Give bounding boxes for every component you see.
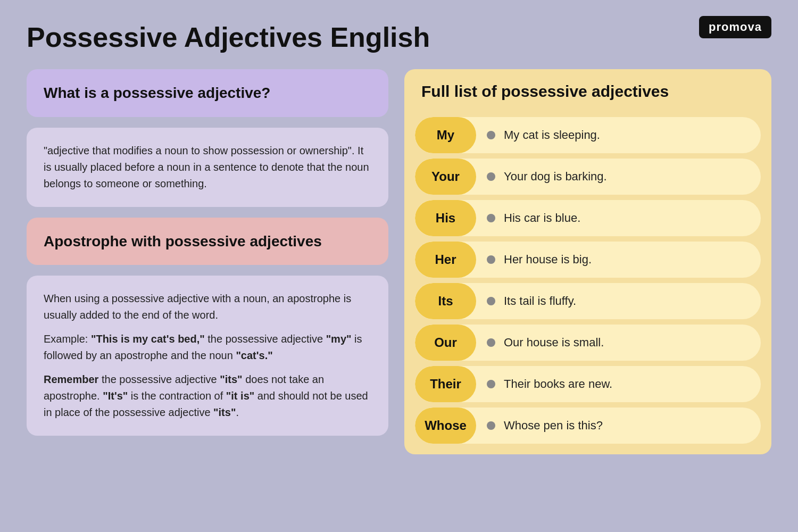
adjective-label: Its — [415, 283, 476, 319]
bullet-dot — [487, 131, 495, 139]
adjective-label: Her — [415, 242, 476, 278]
adjective-row: HerHer house is big. — [415, 242, 761, 278]
adjective-example: Their books are new. — [504, 377, 612, 391]
adjective-example: Our house is small. — [504, 336, 604, 350]
right-column: Full list of possessive adjectives MyMy … — [404, 69, 771, 454]
bullet-dot — [487, 255, 495, 264]
adjective-example: Whose pen is this? — [504, 419, 603, 433]
adjective-label: Their — [415, 366, 476, 402]
adjective-example: His car is blue. — [504, 211, 580, 225]
adjective-example: Your dog is barking. — [504, 170, 607, 184]
page-title: Possessive Adjectives English — [27, 21, 771, 53]
full-list-header: Full list of possessive adjectives — [404, 69, 771, 112]
bullet-dot — [487, 214, 495, 222]
adjective-label: My — [415, 117, 476, 153]
bullet-dot — [487, 338, 495, 347]
what-is-header-panel: What is a possessive adjective? — [27, 69, 388, 117]
adjective-label: His — [415, 200, 476, 236]
adjective-row: ItsIts tail is fluffy. — [415, 283, 761, 319]
apostrophe-heading: Apostrophe with possessive adjectives — [44, 232, 371, 251]
bullet-dot — [487, 421, 495, 430]
adjective-example: Its tail is fluffy. — [504, 294, 576, 308]
adjective-example: Her house is big. — [504, 253, 592, 267]
what-is-description: "adjective that modifies a noun to show … — [44, 143, 371, 192]
adjective-row: WhoseWhose pen is this? — [415, 408, 761, 444]
bullet-dot — [487, 380, 495, 388]
left-column: What is a possessive adjective? "adjecti… — [27, 69, 388, 436]
adjective-row: YourYour dog is barking. — [415, 159, 761, 195]
bullet-dot — [487, 297, 495, 305]
apostrophe-body2: Example: "This is my cat's bed," the pos… — [44, 331, 371, 364]
adjective-label: Your — [415, 159, 476, 195]
adjective-row: HisHis car is blue. — [415, 200, 761, 236]
apostrophe-header-panel: Apostrophe with possessive adjectives — [27, 218, 388, 265]
adjective-example: My cat is sleeping. — [504, 128, 600, 142]
apostrophe-body3: Remember the possessive adjective "its" … — [44, 371, 371, 421]
adjective-list: MyMy cat is sleeping.YourYour dog is bar… — [404, 112, 771, 454]
what-is-heading: What is a possessive adjective? — [44, 84, 371, 102]
adjective-row: OurOur house is small. — [415, 325, 761, 361]
adjective-label: Our — [415, 325, 476, 361]
apostrophe-body1: When using a possessive adjective with a… — [44, 290, 371, 323]
full-list-heading: Full list of possessive adjectives — [421, 82, 754, 101]
adjective-row: MyMy cat is sleeping. — [415, 117, 761, 153]
logo: promova — [699, 16, 771, 38]
adjective-label: Whose — [415, 408, 476, 444]
what-is-body-panel: "adjective that modifies a noun to show … — [27, 128, 388, 207]
adjective-row: TheirTheir books are new. — [415, 366, 761, 402]
apostrophe-body-panel: When using a possessive adjective with a… — [27, 276, 388, 436]
bullet-dot — [487, 172, 495, 181]
